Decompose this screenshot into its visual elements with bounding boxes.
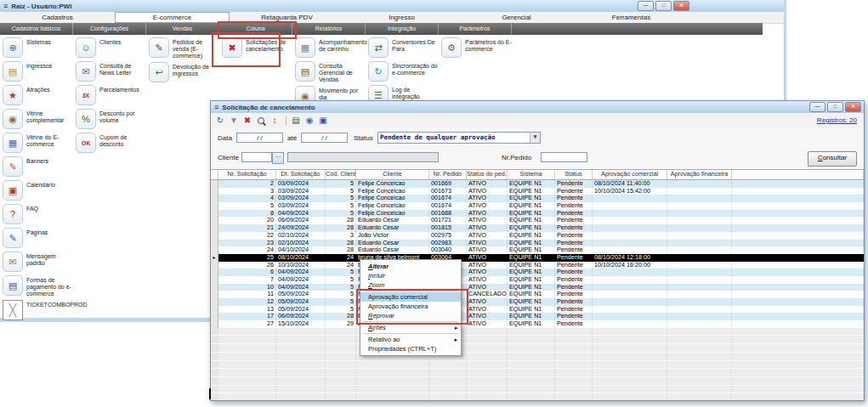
close-button[interactable]: ✕ xyxy=(845,102,861,112)
menu-item-faq[interactable]: ?FAQ xyxy=(3,203,74,225)
table-row[interactable]: 1706/09/202428Eduardo Cesar001449ATIVOEQ… xyxy=(211,313,864,320)
menu-item-pedidos-de-venda-e-commerce[interactable]: ✎Pedidos de venda (E-commerce) xyxy=(149,37,220,59)
window-menu-icon[interactable]: ≡ xyxy=(3,2,8,10)
menu-item-calendario[interactable]: ▣Calendário xyxy=(3,179,74,201)
menu-item-solicitacoes-de-cancelamento[interactable]: ✖Solicitações de cancelamento xyxy=(222,37,293,59)
column-header-nr-solicitacao[interactable]: Nr. Solicitação xyxy=(218,170,276,179)
refresh-icon[interactable]: ↻ xyxy=(214,115,226,126)
column-header-nr-pedido[interactable]: Nr. Pedido xyxy=(429,170,467,179)
menu-item-vitrine-do-e-commerce[interactable]: ▦Vitrine do E-commerce xyxy=(3,132,74,154)
table-row[interactable]: 604/09/20245Felipe Conceicao001686ATIVOE… xyxy=(211,269,864,276)
client-lookup-button[interactable]: ⋯ xyxy=(272,152,284,164)
menu-item-parametros-do-e-commerce[interactable]: ⚙Parâmetros do E-commerce xyxy=(441,37,513,59)
menu-item-devolucao-de-ingressos[interactable]: ↩Devolução de ingressos xyxy=(149,61,220,83)
table-row[interactable]: 2202/10/20243João Victor002975ATIVOEQUIP… xyxy=(211,232,864,240)
menu-item-consulta-de-news-letter[interactable]: ✉Consulta de News Letter xyxy=(76,60,147,82)
table-row[interactable]: 2006/09/202428Eduardo Cesar001721ATIVOEQ… xyxy=(211,217,864,224)
context-menu-item-zoom[interactable]: Zoom xyxy=(360,280,461,290)
table-row[interactable]: 2610/10/202424bruna de silva belmont0031… xyxy=(211,262,864,269)
context-menu-item-reprovar[interactable]: Reprovar xyxy=(360,311,461,320)
table-row[interactable]: 2715/10/202429José Pi003154ATIVOEQUIPE N… xyxy=(211,320,864,328)
context-menu-item-incluir[interactable]: Incluir xyxy=(360,271,461,280)
category-cadastros-basicos[interactable]: Cadastros básicos xyxy=(0,23,73,35)
context-menu-item-acoes[interactable]: Ações▸ xyxy=(360,323,461,332)
tab-ingresso[interactable]: Ingresso xyxy=(344,12,459,23)
context-menu-item-relativo-ao[interactable]: Relativo ao▸ xyxy=(360,335,461,344)
date-to-field[interactable]: / / xyxy=(301,133,348,143)
menu-item-sistemas[interactable]: ⊕Sistemas xyxy=(3,37,74,59)
menu-item-atracoes[interactable]: ★Atrações xyxy=(3,84,74,106)
menu-item-cupom-de-desconto[interactable]: OKCupom de desconto xyxy=(76,132,147,154)
tab-ferramentas[interactable]: Ferramentas xyxy=(574,12,689,23)
column-header-status-do-ped[interactable]: Status do ped. xyxy=(467,170,508,179)
tab-cadastros[interactable]: Cadastros xyxy=(0,12,115,23)
column-header-sistema[interactable]: Sistema xyxy=(508,170,555,179)
menu-item-desconto-por-volume[interactable]: %Desconto por volume xyxy=(76,108,147,130)
menu-item-ticketcomboprod[interactable]: ╳TICKETCOMBOPROD xyxy=(3,299,74,321)
restore-button[interactable]: □ xyxy=(827,102,843,112)
clear-filter-icon[interactable]: ✖ xyxy=(241,115,253,126)
table-row[interactable]: 2404/10/202428Eduardo Cesar003040ATIVOEQ… xyxy=(211,246,864,254)
column-header-cliente[interactable]: Cliente xyxy=(356,170,429,179)
table-row[interactable]: 1105/09/20245Felipe Conceicao001712CANCE… xyxy=(211,291,864,298)
context-menu-item-alterar[interactable]: Alterar xyxy=(360,262,461,271)
menu-item-clientes[interactable]: ☺Clientes xyxy=(76,37,147,59)
table-row[interactable]: 203/09/20245Felipe Conceicao001669ATIVOE… xyxy=(211,180,864,188)
minimize-button[interactable]: — xyxy=(809,102,825,112)
client-code-field[interactable] xyxy=(241,152,272,162)
window-menu-icon[interactable]: ≡ xyxy=(214,103,218,111)
table-row[interactable]: 303/09/20245Felipe Conceicao001673ATIVOE… xyxy=(211,188,864,195)
context-menu-item-propriedades-ctrl-t[interactable]: Propriedades (CTRL+T) xyxy=(360,344,461,353)
category-integracao[interactable]: Integração xyxy=(366,23,439,35)
category-parametros[interactable]: Parâmetros xyxy=(439,23,512,35)
table-row[interactable]: 503/09/20245Felipe Conceicao001674ATIVOE… xyxy=(211,202,864,210)
table-row[interactable]: 704/09/20245Felipe Conceicao001679ATIVOE… xyxy=(211,276,864,284)
table-row[interactable]: 1004/09/20245Felipe Conceicao001690ATIVO… xyxy=(211,284,864,291)
sort-icon[interactable]: ↕ xyxy=(269,115,281,126)
menu-item-conversores-de-para[interactable]: ⇄Conversores De Para xyxy=(368,37,440,59)
table-row[interactable]: ▸2508/10/202424bruna de silva belmont003… xyxy=(211,254,864,262)
minimize-button[interactable]: — xyxy=(638,1,654,11)
category-vendas[interactable]: Vendas xyxy=(146,23,219,35)
tab-e-commerce[interactable]: E-commerce xyxy=(115,12,230,23)
print-icon[interactable]: ▤ xyxy=(290,115,302,126)
status-dropdown[interactable]: Pendente de qualquer aprovação ▾ xyxy=(377,132,541,144)
column-header-cod-cliente[interactable]: Cód. Cliente xyxy=(326,170,356,179)
column-header-aprovacao-comercial[interactable]: Aprovação comercial xyxy=(593,170,667,179)
menu-item-sincronizacao-do-e-commerce[interactable]: ↻Sincronização do e-commerce xyxy=(368,60,440,82)
category-configuracoes[interactable]: Configurações xyxy=(73,23,146,35)
menu-item-mensagem-padrao[interactable]: ✉Mensagem padrão xyxy=(3,251,74,273)
table-row[interactable]: 403/09/20245Felipe Conceicao001674ATIVOE… xyxy=(211,195,864,202)
context-menu-item-aprovacao-comercial[interactable]: Aprovação comercial xyxy=(360,292,461,302)
menu-item-formas-de-pagamento-do-e-commerce[interactable]: ▤Formas de pagamento do e-commerce xyxy=(3,274,74,297)
column-header-status[interactable]: Status xyxy=(555,170,593,179)
date-from-field[interactable]: / / xyxy=(236,133,283,143)
table-row[interactable]: 2302/10/202428Eduardo Cesar002983ATIVOEQ… xyxy=(211,240,864,247)
save-icon[interactable]: ▣ xyxy=(317,115,329,126)
table-row[interactable]: 804/09/20245Felipe Conceicao001688ATIVOE… xyxy=(211,210,864,218)
tab-retaguarda-pdv[interactable]: Retaguarda PDV xyxy=(230,12,344,23)
category-relatorios[interactable]: Relatórios xyxy=(292,23,366,35)
column-header-dt-solicitacao[interactable]: Dt. Solicitação xyxy=(276,170,326,179)
column-header-aprovacao-financeira[interactable]: Aprovação financeira xyxy=(667,170,732,179)
menu-item-vitrine-complementar[interactable]: ◉Vitrine complementar xyxy=(3,108,74,130)
records-count-link[interactable]: Registros: 20 xyxy=(817,116,857,124)
menu-item-banners[interactable]: ✎Banners xyxy=(3,155,74,178)
menu-item-parcelamentos[interactable]: 3XParcelamentos xyxy=(76,84,147,106)
menu-item-consulta-gerencial-de-vendas[interactable]: ▤Consulta Gerencial de Vendas xyxy=(295,60,366,83)
filter-icon[interactable]: ▼ xyxy=(228,115,240,126)
category-coluna[interactable]: Coluna xyxy=(219,23,292,35)
order-number-field[interactable] xyxy=(541,152,587,162)
menu-item-paginas[interactable]: ✎Páginas xyxy=(3,227,74,249)
context-menu-item-aprovacao-financeira[interactable]: Aprovação financeira xyxy=(360,302,461,311)
table-row[interactable]: 1305/09/20245Felipe Conceicao001711ATIVO… xyxy=(211,306,864,314)
table-row[interactable]: 1205/09/20245Felipe Conceicao001707ATIVO… xyxy=(211,298,864,306)
tab-gerencial[interactable]: Gerencial xyxy=(459,12,574,23)
menu-item-acompanhamento-de-carrinho[interactable]: ▦Acompanhamento de carrinho xyxy=(295,37,366,59)
consultar-button[interactable]: Consultar xyxy=(808,151,857,167)
table-row[interactable]: 2124/09/202428Eduardo Cesar001815ATIVOEQ… xyxy=(211,224,864,232)
menu-item-ingressos[interactable]: ▤Ingressos xyxy=(3,60,74,82)
search-icon[interactable] xyxy=(255,115,267,126)
close-button[interactable]: ✕ xyxy=(673,1,689,11)
restore-button[interactable]: □ xyxy=(655,1,672,11)
